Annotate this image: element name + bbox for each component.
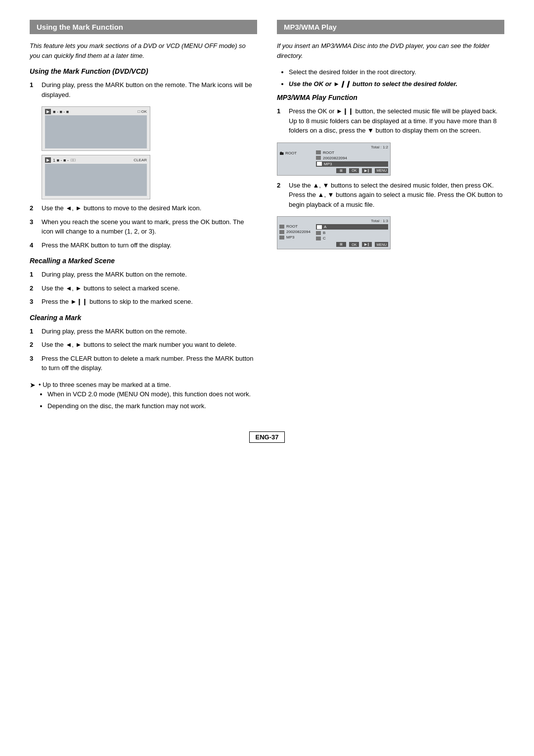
note-sub-2: Depending on the disc, the mark function… <box>47 401 251 411</box>
screen-mock-2: ▶ 1 ■ - ■ - □□ CLEAR <box>42 155 150 199</box>
mp3-step-1-text: Press the OK or ►❙❙ button, the selected… <box>289 106 504 136</box>
mp3-step-2-text: Use the ▲, ▼ buttons to select the desir… <box>289 181 504 210</box>
folder-b: B <box>316 231 388 235</box>
mp3-step-2-list: 2 Use the ▲, ▼ buttons to select the des… <box>277 181 504 210</box>
mp3-step-2: 2 Use the ▲, ▼ buttons to select the des… <box>277 181 504 210</box>
mp3-bottom-2: ⊠ OK ▶❙ MENU <box>279 242 388 247</box>
mp3-subsection-title: MP3/WMA Play Function <box>277 94 504 101</box>
ctrl-play: ▶❙ <box>362 168 372 173</box>
step-3-1: 1 During play, press the MARK button on … <box>30 327 257 336</box>
subsection1-title: Using the Mark Function (DVD/VCD) <box>30 67 257 75</box>
mp3-step-1: 1 Press the OK or ►❙❙ button, the select… <box>277 106 504 136</box>
folder-c: C <box>316 236 388 240</box>
subsection1-steps: 1 During play, press the MARK button on … <box>30 80 257 99</box>
mp3-bottom-1: ⊠ OK ▶❙ MENU <box>279 168 388 173</box>
subsection3-title: Clearing a Mark <box>30 314 257 322</box>
subsection2-title: Recalling a Marked Scene <box>30 257 257 265</box>
subsection2-steps: 1 During play, press the MARK button on … <box>30 270 257 307</box>
mp3-total-2: Total : 1:3 <box>279 219 388 223</box>
step-2-1: 1 During play, press the MARK button on … <box>30 270 257 280</box>
note-arrow: ➤ • Up to three scenes may be marked at … <box>30 380 257 413</box>
right-section-header: MP3/WMA Play <box>277 20 504 34</box>
ctrl-play-2: ▶❙ <box>362 242 372 247</box>
left-intro-text: This feature lets you mark sections of a… <box>30 41 257 60</box>
step-2-3: 3 Press the ►❙❙ buttons to skip to the m… <box>30 297 257 307</box>
note-content: • Up to three scenes may be marked at a … <box>39 380 251 413</box>
folder-root-r1: ROOT <box>316 150 388 155</box>
step-2-2: 2 Use the ◄, ► buttons to select a marke… <box>30 284 257 293</box>
mp3-content-2: ROOT 20020822094 MP3 A <box>279 224 388 240</box>
left-column: Using the Mark Function This feature let… <box>30 20 257 417</box>
step-3-3: 3 Press the CLEAR button to delete a mar… <box>30 354 257 373</box>
screen-top-bar-1: ▶ ■ - ■ - ■ □ OK <box>45 109 147 114</box>
mp3-total-1: Total : 1:2 <box>279 145 388 149</box>
screen-body-2 <box>45 164 147 196</box>
ctrl-menu: MENU <box>375 168 388 173</box>
folder-mp3-r1: MP3 <box>316 161 388 167</box>
screen-icon-2: ▶ <box>45 157 51 163</box>
page-number: ENG-37 <box>249 431 285 443</box>
screen-icon-1: ▶ <box>45 109 51 114</box>
ctrl-ok: OK <box>349 168 359 173</box>
screen-mock-1: ▶ ■ - ■ - ■ □ OK <box>42 106 150 151</box>
mp3-right-2: A B C <box>316 224 388 240</box>
step-1-2: 2 Use the ◄, ► buttons to move to the de… <box>30 203 257 213</box>
right-bullet-2: Use the OK or ►❙❙ button to select the d… <box>289 79 504 89</box>
folder-a: A <box>316 224 388 230</box>
folder-root-1: 🖿 ROOT <box>279 150 314 156</box>
step-1-4: 4 Press the MARK button to turn off the … <box>30 240 257 250</box>
folder-date-r1: 20020822094 <box>316 156 388 160</box>
step-1-1: 1 During play, press the MARK button on … <box>30 80 257 99</box>
mp3-screen-2: Total : 1:3 ROOT 20020822094 MP3 <box>277 216 391 249</box>
note-sub-1: When in VCD 2.0 mode (MENU ON mode), thi… <box>47 389 251 399</box>
right-bullet-1: Select the desired folder in the root di… <box>289 67 504 77</box>
screen-top-bar-2: ▶ 1 ■ - ■ - □□ CLEAR <box>45 157 147 163</box>
folder-root-2: ROOT <box>279 224 314 229</box>
right-intro-text: If you insert an MP3/WMA Disc into the D… <box>277 41 504 60</box>
ctrl-ok-2: OK <box>349 242 359 247</box>
step-1-3: 3 When you reach the scene you want to m… <box>30 217 257 236</box>
left-section-header: Using the Mark Function <box>30 20 257 34</box>
mp3-left-2: ROOT 20020822094 MP3 <box>279 224 314 240</box>
right-column: MP3/WMA Play If you insert an MP3/WMA Di… <box>277 20 504 417</box>
mp3-steps: 1 Press the OK or ►❙❙ button, the select… <box>277 106 504 136</box>
page-number-box: ENG-37 <box>30 431 504 443</box>
right-bullet-list: Select the desired folder in the root di… <box>277 67 504 89</box>
subsection3-steps: 1 During play, press the MARK button on … <box>30 327 257 373</box>
ctrl-disc-2: ⊠ <box>336 242 346 247</box>
ctrl-menu-2: MENU <box>375 242 388 247</box>
mp3-content-1: 🖿 ROOT ROOT 20020822094 MP3 <box>279 150 388 167</box>
arrow-icon: ➤ <box>30 380 36 390</box>
screen-body-1 <box>45 115 147 148</box>
steps-2-4: 2 Use the ◄, ► buttons to move to the de… <box>30 203 257 250</box>
ctrl-disc: ⊠ <box>336 168 346 173</box>
folder-mp3-2: MP3 <box>279 235 314 239</box>
step-3-2: 2 Use the ◄, ► buttons to select the mar… <box>30 340 257 350</box>
mp3-screen-1: Total : 1:2 🖿 ROOT ROOT 20020822094 <box>277 142 391 176</box>
note-sub-list: When in VCD 2.0 mode (MENU ON mode), thi… <box>39 389 251 411</box>
folder-date-2: 20020822094 <box>279 230 314 234</box>
mp3-right-1: ROOT 20020822094 MP3 <box>316 150 388 167</box>
mp3-left-1: 🖿 ROOT <box>279 150 314 167</box>
